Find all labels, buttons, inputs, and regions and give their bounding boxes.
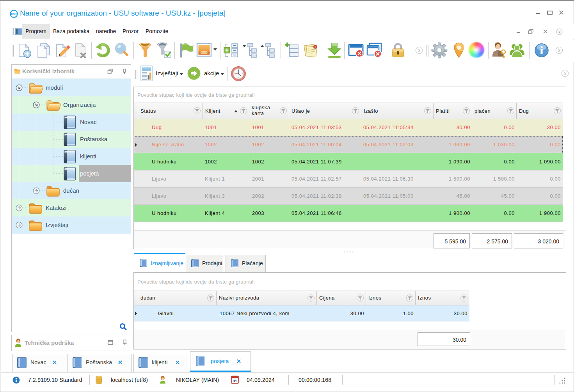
svg-text:31: 31 [233, 379, 237, 383]
svg-text:USU: USU [11, 13, 17, 16]
